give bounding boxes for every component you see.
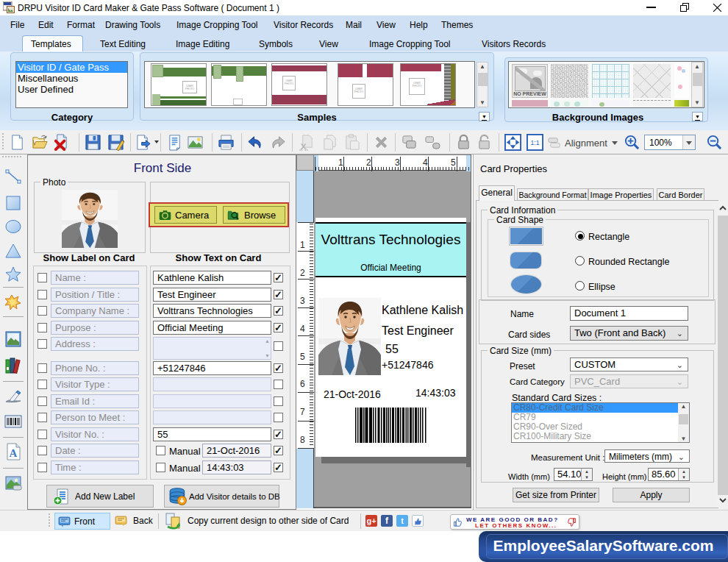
svg-text:A: A — [10, 447, 18, 459]
svg-text:1:1: 1:1 — [531, 139, 540, 146]
